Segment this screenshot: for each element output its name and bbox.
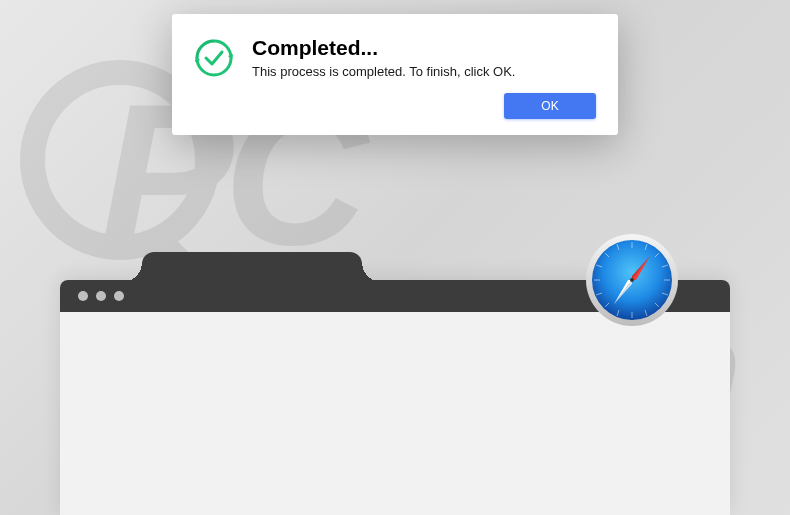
completion-dialog: Completed... This process is completed. … [172, 14, 618, 135]
safari-icon [584, 232, 680, 328]
maximize-window-button[interactable] [114, 291, 124, 301]
ok-button[interactable]: OK [504, 93, 596, 119]
dialog-message: This process is completed. To finish, cl… [252, 64, 596, 79]
svg-point-22 [630, 278, 634, 282]
window-controls [78, 291, 124, 301]
dialog-title: Completed... [252, 36, 596, 60]
browser-tab[interactable] [142, 252, 362, 282]
minimize-window-button[interactable] [96, 291, 106, 301]
close-window-button[interactable] [78, 291, 88, 301]
browser-window [60, 280, 730, 515]
checkmark-circle-icon [194, 38, 234, 78]
